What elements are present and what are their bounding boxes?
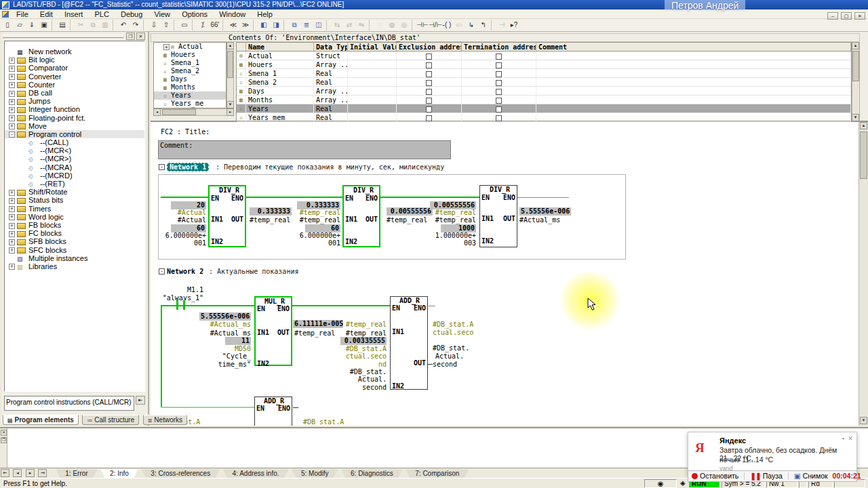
block-title-line[interactable]: FC2 : Title: <box>161 129 210 136</box>
add-r-block-1[interactable]: ADD_R EN ENO IN1 OUT IN2 <box>390 296 428 390</box>
tree-item-multiple-instances[interactable]: ▨Multiple instances <box>5 254 144 262</box>
expand-icon[interactable]: + <box>9 198 15 204</box>
save-as-icon[interactable]: ⇓ <box>26 20 38 30</box>
operand[interactable]: 001 <box>156 240 206 247</box>
termination-checkbox[interactable] <box>496 62 502 68</box>
expand-icon[interactable]: + <box>9 115 15 121</box>
output-tab-cross-references[interactable]: 3: Cross-references <box>141 469 220 479</box>
menu-file[interactable]: File <box>12 9 33 19</box>
exclusion-checkbox[interactable] <box>426 106 432 113</box>
coil-icon[interactable]: -( ) <box>441 20 453 30</box>
table-row[interactable]: ▦MonthsArray ... <box>237 96 851 104</box>
menu-options[interactable]: Options <box>177 9 212 19</box>
expand-icon[interactable]: + <box>9 223 15 229</box>
data-view-icon[interactable]: ≣ <box>300 20 313 30</box>
table-row[interactable]: ▫Smena_2Real <box>237 78 851 87</box>
mini-tree-item-actual[interactable]: +⊞Actual <box>154 43 226 51</box>
tab-last-icon[interactable]: ⇥ <box>38 469 47 477</box>
tree-item-mcr-open[interactable]: -()--(MCR<) <box>5 146 144 155</box>
call-structure-icon[interactable]: ⧉ <box>288 20 300 30</box>
tree-item-timers[interactable]: +Timers <box>5 205 144 213</box>
expand-icon[interactable]: + <box>9 107 15 113</box>
print-icon[interactable]: ▤ <box>56 20 68 30</box>
record-pause-button[interactable]: Пауза <box>763 472 783 480</box>
tree-item-new-network[interactable]: ▦New network <box>5 47 144 56</box>
mul-r-block[interactable]: MUL_R EN ENO IN1 OUT IN2 <box>254 296 292 366</box>
close-branch-icon[interactable]: ↰ <box>477 20 490 30</box>
tree-item-fc-blocks[interactable]: +FC blocks <box>5 229 144 237</box>
tree-item-floating-point[interactable]: +Floating-point fct. <box>5 114 144 122</box>
tree-item-jumps[interactable]: +Jumps <box>5 97 144 105</box>
breakpoints-active-icon[interactable]: ◍ <box>386 20 398 30</box>
tab-next-icon[interactable]: ▸ <box>26 469 35 477</box>
operand[interactable]: #DB_stat. <box>336 369 387 375</box>
tree-item-counter[interactable]: +Counter <box>5 81 144 89</box>
operand[interactable]: 003 <box>426 240 476 247</box>
operand[interactable]: #temp_real <box>426 217 476 224</box>
scroll-thumb[interactable] <box>860 131 867 179</box>
compare-blocks-icon[interactable]: ⇆ <box>331 20 343 30</box>
tab-prev-icon[interactable]: ◂ <box>13 469 22 477</box>
symbol-name[interactable]: #temp_real <box>336 321 387 328</box>
panel-close-button[interactable]: ✕ <box>136 33 145 40</box>
operand[interactable]: #DB_stat. <box>433 345 469 352</box>
scroll-thumb[interactable] <box>162 109 196 115</box>
contact-address[interactable]: M1.1 <box>160 287 203 293</box>
copy-icon[interactable]: ⧉ <box>87 20 99 30</box>
tab-program-elements[interactable]: ▤Program elements <box>3 415 79 425</box>
symbol-name[interactable]: nd <box>336 361 387 368</box>
operand[interactable]: second <box>336 384 387 391</box>
network2-comment[interactable]: : Актуальные показания <box>209 268 298 275</box>
record-stop-button[interactable]: Остановить <box>700 472 738 480</box>
help-pointer-icon[interactable]: ▸? <box>508 20 520 30</box>
tree-item-libraries[interactable]: +▥Libraries <box>5 262 144 270</box>
contact-bar[interactable] <box>176 300 178 310</box>
operand[interactable]: #Actual_ms <box>519 217 560 224</box>
mini-tree-item-years[interactable]: ▫Years <box>154 92 226 100</box>
scroll-right-icon[interactable]: ▸ <box>226 108 234 116</box>
cross-reference-icon[interactable]: ⇄ <box>343 20 355 30</box>
table-vertical-scrollbar[interactable]: ▲ ▼ <box>852 42 860 121</box>
first-network-icon[interactable]: ≪ <box>227 20 239 30</box>
download-icon[interactable]: ⇩ <box>148 20 160 30</box>
output-tab-address-info[interactable]: 4: Address info. <box>223 469 289 479</box>
scroll-down-icon[interactable]: ▼ <box>860 417 867 424</box>
output-tab-info[interactable]: 2: Info <box>100 469 138 479</box>
operand[interactable]: #temp_real <box>336 330 387 337</box>
mini-tree-item-smena1[interactable]: ▫Smena_1 <box>154 59 226 67</box>
operand[interactable]: #Actual <box>156 217 206 224</box>
symbol-name[interactable]: #DB_stat.A <box>303 419 344 426</box>
operand[interactable]: second <box>433 361 457 368</box>
tree-item-word-logic[interactable]: +Word logic <box>5 213 144 221</box>
tree-item-sfb-blocks[interactable]: +SFB blocks <box>5 237 144 245</box>
mdi-close-button[interactable]: ✕ <box>854 12 865 20</box>
mini-tree-item-days[interactable]: ▦Days <box>154 75 226 83</box>
contact-symbol[interactable]: "always_1" <box>160 295 203 302</box>
table-row[interactable]: ▦DaysArray ... <box>237 87 851 96</box>
scroll-thumb[interactable] <box>227 51 233 78</box>
symbol-representation-icon[interactable]: ▭ <box>178 20 191 30</box>
network2-collapse-icon[interactable]: - <box>159 268 165 274</box>
operand[interactable]: Actual. <box>336 376 387 383</box>
mini-tree-horizontal-scrollbar[interactable]: ◂ ▸ <box>153 108 234 116</box>
exclusion-checkbox[interactable] <box>426 54 432 60</box>
scroll-down-icon[interactable]: ▼ <box>852 114 859 121</box>
symbol-name[interactable]: MD50 <box>198 346 251 352</box>
overview-window-icon[interactable]: ◧ <box>258 20 270 30</box>
expand-icon[interactable]: + <box>9 247 15 253</box>
tree-item-integer-function[interactable]: +Integer function <box>5 105 144 113</box>
mini-tree-vertical-scrollbar[interactable]: ▲ ▼ <box>226 42 234 108</box>
symbol-name[interactable]: #Actual_ms <box>198 321 251 328</box>
menu-edit[interactable]: Edit <box>35 9 58 19</box>
expand-icon[interactable]: + <box>9 74 15 80</box>
termination-checkbox[interactable] <box>496 71 502 77</box>
expand-icon[interactable]: + <box>9 58 15 64</box>
symbol-name[interactable]: ctual.seco <box>433 329 473 336</box>
operand[interactable]: #temp_real <box>387 217 427 224</box>
contact-no-icon[interactable]: ⊣⊢ <box>416 20 429 30</box>
symbol-name[interactable]: #temp_real <box>426 209 476 216</box>
block-info-icon[interactable]: ⇋ <box>355 20 368 30</box>
panel-drag-handle[interactable]: ❐ ✕ <box>1 33 146 40</box>
operand[interactable]: 001 <box>290 240 340 247</box>
expand-icon[interactable]: + <box>9 82 15 88</box>
